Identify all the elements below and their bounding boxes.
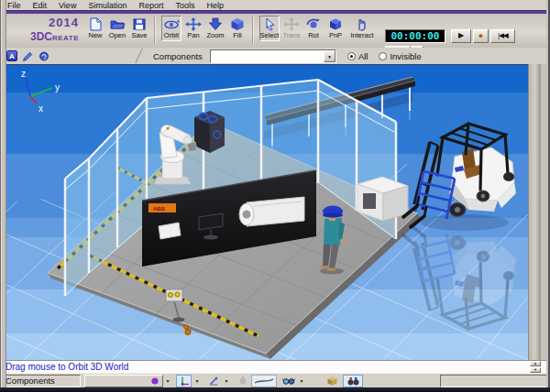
play-button[interactable]: ▶ <box>451 29 471 43</box>
line-tool-button[interactable] <box>251 375 277 387</box>
menu-tools[interactable]: Tools <box>175 1 194 10</box>
logo-brand: 3DC <box>30 30 52 43</box>
pnp-label: PnP <box>329 31 342 39</box>
zoom-label: Zoom <box>206 31 224 39</box>
trans-label: Trans <box>283 31 301 39</box>
select-button[interactable]: Select <box>259 16 280 41</box>
radio-invisible[interactable]: Invisible <box>379 51 421 61</box>
status-message: Drag mouse to Orbit 3D World <box>6 362 128 372</box>
orbit-icon <box>163 17 180 31</box>
interact-button[interactable]: Interact <box>347 16 377 41</box>
disabled-tool-button[interactable] <box>235 375 250 387</box>
3d-scene: ABB <box>6 65 528 361</box>
simulation-clock: 00:00:00 <box>385 29 446 43</box>
zoom-icon <box>207 17 224 31</box>
toolbar-separator <box>250 16 257 44</box>
machine-right[interactable] <box>358 177 408 221</box>
menu-view[interactable]: View <box>59 1 76 10</box>
box-icon <box>326 376 338 387</box>
world-axes: z y x <box>21 69 60 114</box>
radio-all-circle[interactable] <box>347 52 356 60</box>
toolbar-separator <box>152 16 159 44</box>
interact-icon <box>354 17 370 31</box>
interact-label: Interact <box>350 31 373 39</box>
note-button[interactable] <box>38 50 50 62</box>
rot-icon <box>305 17 322 31</box>
3d-viewport[interactable]: ABB <box>6 64 528 360</box>
pnp-button[interactable]: PnP <box>325 16 346 41</box>
menu-help[interactable]: Help <box>206 1 224 10</box>
trans-button[interactable]: Trans <box>281 16 302 41</box>
select-label: Select <box>260 31 280 39</box>
record-button[interactable]: ● <box>473 29 489 43</box>
pencil-icon <box>22 50 34 62</box>
pin-color-button[interactable] <box>147 375 162 387</box>
binoculars-icon <box>346 376 360 387</box>
pan-icon <box>185 17 202 31</box>
coord-axes-icon <box>208 376 219 387</box>
pnp-icon <box>327 17 344 31</box>
components-combobox[interactable]: ▼ <box>210 49 336 63</box>
rot-button[interactable]: Rot <box>303 16 324 41</box>
app-window: File Edit View Simulation Report Tools H… <box>0 0 550 392</box>
app-logo: 2014 3DCREATE <box>2 16 84 43</box>
axes-snap-icon <box>179 376 190 387</box>
stereo-view-dropdown[interactable]: ▼ <box>297 375 306 387</box>
open-button[interactable]: Open <box>107 16 127 41</box>
menu-simulation[interactable]: Simulation <box>88 1 126 10</box>
snap-mode-dropdown[interactable]: ▼ <box>192 375 202 387</box>
axis-y-label: y <box>55 82 60 93</box>
save-button[interactable]: Save <box>129 16 149 41</box>
pan-label: Pan <box>187 31 199 39</box>
forklift-shadow <box>421 214 509 231</box>
gripper-icon <box>237 376 248 387</box>
window-right-edge <box>546 0 550 388</box>
menu-bar: File Edit View Simulation Report Tools H… <box>2 0 548 10</box>
measure-button[interactable] <box>22 50 34 62</box>
save-icon <box>131 17 148 31</box>
logo-brand-rest: REATE <box>52 34 79 42</box>
components-label: Components <box>153 51 203 61</box>
new-icon <box>87 17 104 31</box>
combo-dropdown-button[interactable]: ▼ <box>324 50 336 62</box>
zoom-button[interactable]: Zoom <box>205 16 226 41</box>
components-toolbar: A Components ▼ All Invisible <box>2 48 548 64</box>
glasses-icon <box>282 376 295 387</box>
fill-button[interactable]: Fill <box>227 16 248 41</box>
trans-icon <box>283 17 300 31</box>
window-left-edge <box>0 0 6 388</box>
new-button[interactable]: New <box>85 16 105 41</box>
menu-edit[interactable]: Edit <box>33 1 48 10</box>
coord-mode-dropdown[interactable]: ▼ <box>222 375 231 387</box>
fill-label: Fill <box>233 31 242 39</box>
pan-button[interactable]: Pan <box>183 16 204 41</box>
coord-mode-button[interactable] <box>205 375 221 387</box>
control-cabinet[interactable] <box>194 111 225 153</box>
spin-up-button[interactable]: ▲ <box>530 361 541 366</box>
window-bottom-edge <box>0 387 550 392</box>
snap-mode-button[interactable] <box>176 375 192 387</box>
radio-invisible-label: Invisible <box>390 51 421 61</box>
logo-year: 2014 <box>2 16 79 28</box>
find-tool-button[interactable] <box>343 375 363 387</box>
radio-invisible-circle[interactable] <box>379 52 387 60</box>
stereo-view-button[interactable] <box>280 375 296 387</box>
box-tool-button[interactable] <box>324 375 340 387</box>
radio-all-label: All <box>358 51 368 61</box>
pin-color-dropdown[interactable]: ▼ <box>163 375 172 387</box>
viewport-scrollbar[interactable] <box>528 64 541 360</box>
forklift[interactable] <box>403 124 516 227</box>
note-icon <box>38 50 50 62</box>
annotation-button[interactable]: A <box>6 50 17 61</box>
line-icon <box>253 376 275 386</box>
fill-icon <box>229 17 246 31</box>
open-icon <box>109 17 126 31</box>
menu-report[interactable]: Report <box>138 1 163 10</box>
scroll-spinners: ▲ ▼ <box>530 361 541 373</box>
transport-controls: ▶ ● |◀◀ <box>451 29 515 43</box>
components-input[interactable] <box>211 50 324 62</box>
orbit-button[interactable]: Orbit <box>161 16 182 41</box>
reset-button[interactable]: |◀◀ <box>490 29 515 43</box>
radio-all[interactable]: All <box>347 51 368 61</box>
menu-file[interactable]: File <box>7 1 21 10</box>
